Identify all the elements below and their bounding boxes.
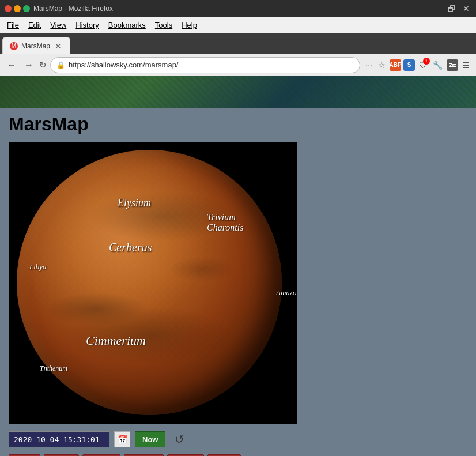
refresh-button[interactable]: ↺ [170,431,188,447]
reload-button[interactable]: ↻ [39,60,47,70]
menu-tools[interactable]: Tools [150,20,177,31]
menu-bar: File Edit View History Bookmarks Tools H… [0,17,476,33]
abp-icon[interactable]: ABP [390,59,401,71]
menu-edit[interactable]: Edit [24,20,46,31]
mars-image-container: Elysium Trivium Charontis Cerberus Libya… [9,142,297,424]
mars-sphere: Elysium Trivium Charontis Cerberus Libya… [17,150,290,415]
page-content: MarsMap Elysium Trivium Charontis Cerber… [0,108,476,456]
title-bar: MarsMap - Mozilla Firefox 🗗 ✕ [0,0,476,17]
toolbar-icons: ··· ☆ ABP S 🛡 1 🔧 Zzz ☰ [364,59,471,71]
menu-history[interactable]: History [71,20,103,31]
page-title: MarsMap [9,114,467,135]
url-bar[interactable]: 🔒 https://shallowsky.com/marsmap/ [50,57,360,73]
more-icon[interactable]: ··· [364,59,374,71]
tools-icon[interactable]: 🔧 [431,59,444,71]
window-title: MarsMap - Mozilla Firefox [33,5,113,13]
tab-favicon: M [10,42,18,50]
controls-row: 📅 Now ↺ [9,429,467,450]
close-button[interactable] [5,5,12,12]
s-icon[interactable]: S [403,59,415,71]
restore-icon[interactable]: 🗗 [446,4,458,13]
forward-button[interactable]: → [22,59,36,71]
minimize-button[interactable] [14,5,21,12]
url-text: https://shallowsky.com/marsmap/ [69,61,354,69]
header-decoration [0,76,476,108]
browser-tab[interactable]: M MarsMap ✕ [2,37,70,54]
shield-icon-container: 🛡 1 [417,60,429,70]
bookmark-icon[interactable]: ☆ [376,59,387,71]
menu-file[interactable]: File [2,20,24,31]
menu-help[interactable]: Help [177,20,202,31]
close-icon[interactable]: ✕ [461,4,471,13]
shield-badge: 1 [423,58,430,65]
address-bar: ← → ↻ 🔒 https://shallowsky.com/marsmap/ … [0,54,476,76]
back-button[interactable]: ← [5,59,18,71]
window-controls[interactable] [5,5,30,12]
datetime-input[interactable] [9,431,109,447]
maximize-button[interactable] [23,5,30,12]
menu-bookmarks[interactable]: Bookmarks [104,20,150,31]
tab-bar: M MarsMap ✕ [0,33,476,54]
zzz-icon[interactable]: Zzz [447,59,458,71]
lock-icon: 🔒 [56,61,65,69]
now-button[interactable]: Now [135,431,165,447]
tab-close-button[interactable]: ✕ [54,42,63,51]
menu-view[interactable]: View [46,20,71,31]
tab-title: MarsMap [21,42,50,50]
calendar-button[interactable]: 📅 [114,431,130,447]
menu-icon[interactable]: ☰ [460,59,471,71]
mars-globe [17,150,282,415]
